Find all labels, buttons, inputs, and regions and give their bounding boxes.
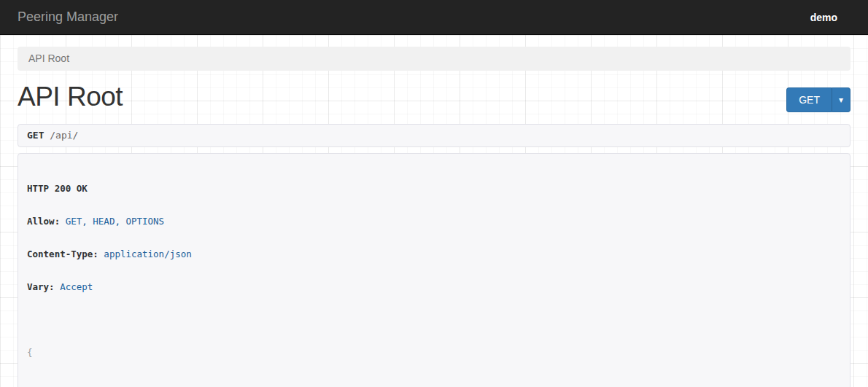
status-line: HTTP 200 OK <box>27 183 841 194</box>
get-format-dropdown-button[interactable]: ▾ <box>832 87 850 112</box>
request-info-bar: GET/api/ <box>18 124 850 147</box>
content-area: API Root API Root GET ▾ GET/api/ HTTP 20… <box>0 35 868 387</box>
breadcrumb: API Root <box>18 47 850 71</box>
breadcrumb-item-current: API Root <box>28 52 69 64</box>
header-name: Allow: <box>27 216 60 227</box>
json-open-brace: { <box>27 347 841 358</box>
header-value: GET, HEAD, OPTIONS <box>60 216 164 227</box>
header-allow: Allow:GET, HEAD, OPTIONS <box>27 216 841 227</box>
header-name: Content-Type: <box>27 249 98 259</box>
response-panel: HTTP 200 OK Allow:GET, HEAD, OPTIONS Con… <box>18 153 850 387</box>
get-button-group: GET ▾ <box>786 87 850 112</box>
header-value: application/json <box>98 249 192 259</box>
brand-link[interactable]: Peering Manager <box>18 9 118 25</box>
page-title: API Root <box>18 82 123 112</box>
user-menu[interactable]: demo <box>810 12 837 23</box>
title-row: API Root GET ▾ <box>18 82 850 117</box>
get-button[interactable]: GET <box>786 87 832 112</box>
header-value: Accept <box>55 281 93 292</box>
request-path: /api/ <box>44 130 78 141</box>
top-navbar: Peering Manager demo <box>0 0 868 35</box>
header-name: Vary: <box>27 281 55 292</box>
header-content-type: Content-Type:application/json <box>27 249 841 259</box>
request-method: GET <box>27 130 44 141</box>
response-code-block: HTTP 200 OK Allow:GET, HEAD, OPTIONS Con… <box>27 161 841 387</box>
header-vary: Vary:Accept <box>27 281 841 292</box>
blank-line <box>27 314 841 325</box>
caret-down-icon: ▾ <box>839 95 843 104</box>
